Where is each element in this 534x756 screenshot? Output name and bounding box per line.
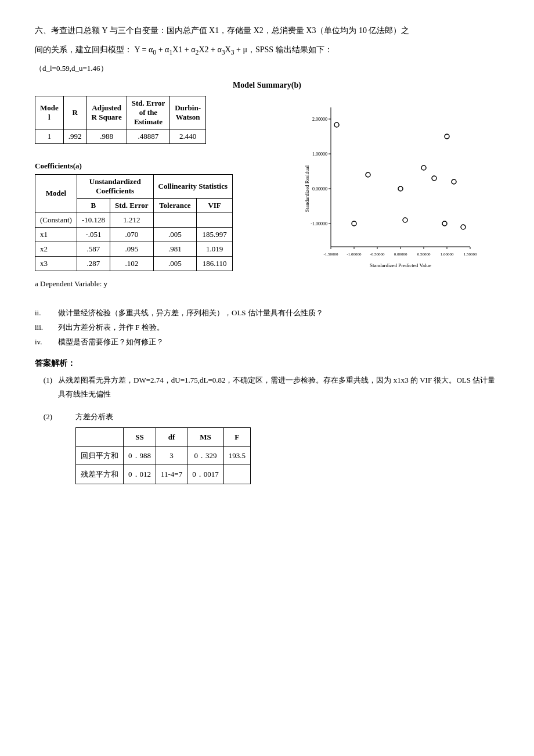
question-iii: iii. 列出方差分析表，并作 F 检验。 xyxy=(35,322,499,334)
question-iv: iv. 模型是否需要修正？如何修正？ xyxy=(35,336,499,348)
coef-x3: x3 xyxy=(35,256,77,271)
var-row-residual: 残差平方和 0．012 11-4=7 0．0017 xyxy=(76,465,251,484)
variance-analysis-table: SS df MS F 回归平方和 0．988 3 0．329 193.5 xyxy=(75,427,251,484)
coef-col-tol: Tolerance xyxy=(153,198,197,213)
coef-col-b: B xyxy=(77,198,110,213)
answer-para1-num: (1) xyxy=(35,373,52,401)
var-col-ms: MS xyxy=(187,427,224,446)
coef-x1-se: .070 xyxy=(110,227,153,242)
var-col-empty xyxy=(76,427,124,446)
coef-footnote: a Dependent Variable: y xyxy=(35,279,255,289)
var-regression-ms: 0．329 xyxy=(187,446,224,465)
coef-x2-vif: 1.019 xyxy=(197,242,233,256)
cell-durbin: 2.440 xyxy=(170,129,206,143)
data-point xyxy=(442,221,447,226)
var-regression-ss: 0．988 xyxy=(124,446,156,465)
data-point xyxy=(445,134,449,139)
coef-constant: (Constant) xyxy=(35,213,77,227)
model-summary-title: Model Summary(b) xyxy=(35,81,499,90)
left-tables: Model R AdjustedR Square Std. Errorof th… xyxy=(35,96,255,296)
q4-num: iv. xyxy=(35,336,52,348)
model-summary-table: Model R AdjustedR Square Std. Errorof th… xyxy=(35,96,206,144)
q4-text: 模型是否需要修正？如何修正？ xyxy=(58,336,164,348)
data-point xyxy=(366,172,370,177)
var-residual-ms: 0．0017 xyxy=(187,465,224,484)
answer-para1: (1) 从残差图看无异方差，DW=2.74，dU=1.75,dL=0.82，不确… xyxy=(35,373,499,401)
var-residual-label: 残差平方和 xyxy=(76,465,124,484)
coef-x3-se: .102 xyxy=(110,256,153,271)
coef-x3-tol: .005 xyxy=(153,256,197,271)
svg-text:-0.50000: -0.50000 xyxy=(370,252,385,257)
coef-col-collin: Collinearity Statistics xyxy=(153,174,233,198)
model-summary-row: 1 .992 .988 .48887 2.440 xyxy=(35,129,206,143)
coef-x2: x2 xyxy=(35,242,77,256)
coefficients-label: Coefficients(a) xyxy=(35,161,255,171)
var-col-ss: SS xyxy=(124,427,156,446)
answer-para1-text: 从残差图看无异方差，DW=2.74，dU=1.75,dL=0.82，不确定区，需… xyxy=(58,373,499,401)
coef-col-model: Model xyxy=(35,174,77,213)
intro-line1: 六、考查进口总额 Y 与三个自变量：国内总产值 X1，存储量 X2，总消费量 X… xyxy=(35,23,499,38)
coef-x2-tol: .981 xyxy=(153,242,197,256)
data-point xyxy=(334,123,339,127)
coef-x1-b: -.051 xyxy=(77,227,110,242)
var-row-regression: 回归平方和 0．988 3 0．329 193.5 xyxy=(76,446,251,465)
data-point xyxy=(403,218,407,222)
intro-line2: 间的关系，建立回归模型： Y = α0 + α1X1 + α2X2 + α3X3… xyxy=(35,42,499,59)
coef-row-constant: (Constant) -10.128 1.212 xyxy=(35,213,233,227)
svg-text:1.00000: 1.00000 xyxy=(312,152,327,157)
var-residual-f xyxy=(223,465,250,484)
data-point xyxy=(432,176,436,181)
variance-section: 方差分析表 SS df MS F 回归平方和 0．988 3 xyxy=(75,410,251,492)
coef-x2-b: .587 xyxy=(77,242,110,256)
svg-text:Standardized Residual: Standardized Residual xyxy=(304,165,310,212)
variance-label: 方差分析表 xyxy=(75,410,251,423)
coef-col-unstd: UnstandardizedCoefficients xyxy=(77,174,153,198)
col-adjusted: AdjustedR Square xyxy=(86,96,127,129)
data-point xyxy=(352,221,356,226)
svg-text:Standardized Predicted Value: Standardized Predicted Value xyxy=(370,262,431,268)
scatter-chart: 2.00000 1.00000 0.00000 -1.00000 -1.5000… xyxy=(302,102,499,287)
coef-constant-b: -10.128 xyxy=(77,213,110,227)
data-point xyxy=(461,225,466,229)
col-r: R xyxy=(63,96,86,129)
coef-constant-vif xyxy=(197,213,233,227)
q2-text: 做计量经济检验（多重共线，异方差，序列相关），OLS 估计量具有什么性质？ xyxy=(58,307,323,319)
svg-text:1.50000: 1.50000 xyxy=(464,252,477,257)
answer-para2: (2) 方差分析表 SS df MS F 回归平方和 0．988 xyxy=(35,410,499,492)
var-residual-df: 11-4=7 xyxy=(156,465,187,484)
svg-text:0.00000: 0.00000 xyxy=(312,186,327,192)
data-point xyxy=(452,179,456,184)
col-durbin: Durbin-Watson xyxy=(170,96,206,129)
coef-x1-vif: 185.997 xyxy=(197,227,233,242)
cell-model: 1 xyxy=(35,129,64,143)
svg-text:0.50000: 0.50000 xyxy=(417,252,431,257)
coef-x2-se: .095 xyxy=(110,242,153,256)
coef-row-x1: x1 -.051 .070 .005 185.997 xyxy=(35,227,233,242)
data-point xyxy=(421,165,426,170)
question-ii: ii. 做计量经济检验（多重共线，异方差，序列相关），OLS 估计量具有什么性质… xyxy=(35,307,499,319)
svg-text:1.00000: 1.00000 xyxy=(441,252,454,257)
coefficients-table: Model UnstandardizedCoefficients Colline… xyxy=(35,174,233,271)
var-regression-label: 回归平方和 xyxy=(76,446,124,465)
answer-section: 答案解析： (1) 从残差图看无异方差，DW=2.74，dU=1.75,dL=0… xyxy=(35,358,499,492)
col-std-error: Std. Errorof theEstimate xyxy=(127,96,170,129)
chart-wrapper: 2.00000 1.00000 0.00000 -1.00000 -1.5000… xyxy=(267,96,464,293)
svg-text:0.00000: 0.00000 xyxy=(394,252,407,257)
answer-title: 答案解析： xyxy=(35,358,499,369)
var-residual-ss: 0．012 xyxy=(124,465,156,484)
coef-x3-vif: 186.110 xyxy=(197,256,233,271)
svg-text:2.00000: 2.00000 xyxy=(312,117,327,122)
coef-row-x3: x3 .287 .102 .005 186.110 xyxy=(35,256,233,271)
coef-row-x2: x2 .587 .095 .981 1.019 xyxy=(35,242,233,256)
svg-text:-1.00000: -1.00000 xyxy=(311,221,327,226)
coef-x1: x1 xyxy=(35,227,77,242)
questions-section: ii. 做计量经济检验（多重共线，异方差，序列相关），OLS 估计量具有什么性质… xyxy=(35,307,499,348)
var-regression-df: 3 xyxy=(156,446,187,465)
coef-col-vif: VIF xyxy=(197,198,233,213)
coef-constant-tol xyxy=(153,213,197,227)
cell-r: .992 xyxy=(63,129,86,143)
coef-x3-b: .287 xyxy=(77,256,110,271)
var-col-df: df xyxy=(156,427,187,446)
svg-text:-1.50000: -1.50000 xyxy=(323,252,338,257)
coef-constant-se: 1.212 xyxy=(110,213,153,227)
